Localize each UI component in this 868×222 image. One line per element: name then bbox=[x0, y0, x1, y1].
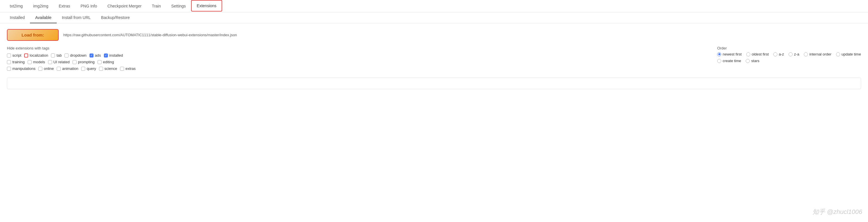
order-row-2: create time stars bbox=[717, 59, 861, 63]
tag-ads-checkbox[interactable] bbox=[90, 54, 94, 58]
tag-script-checkbox[interactable] bbox=[7, 54, 11, 58]
order-newestfirst[interactable]: newest first bbox=[717, 52, 742, 56]
order-ztoa-label: z-a bbox=[794, 52, 799, 56]
tag-training[interactable]: training bbox=[7, 60, 25, 64]
tag-uirelated-checkbox[interactable] bbox=[48, 60, 52, 64]
tag-installed[interactable]: installed bbox=[104, 53, 123, 58]
order-updatetime[interactable]: update time bbox=[836, 52, 861, 56]
tag-ads[interactable]: ads bbox=[90, 53, 101, 58]
order-updatetime-radio[interactable] bbox=[836, 52, 840, 56]
content-columns: Hide extensions with tags script localiz… bbox=[7, 46, 861, 73]
order-atoz[interactable]: a-z bbox=[773, 52, 784, 56]
search-area[interactable] bbox=[7, 77, 861, 89]
tags-grid: script localization tab dropdown bbox=[7, 53, 706, 71]
tag-training-label: training bbox=[12, 60, 25, 64]
tag-dropdown-label: dropdown bbox=[70, 53, 86, 58]
load-from-row: Load from: https://raw.githubusercontent… bbox=[7, 29, 861, 41]
order-newestfirst-label: newest first bbox=[723, 52, 742, 56]
tag-installed-checkbox[interactable] bbox=[104, 54, 108, 58]
tag-animation-checkbox[interactable] bbox=[57, 67, 61, 71]
tag-localization[interactable]: localization bbox=[24, 53, 48, 58]
order-internalorder-radio[interactable] bbox=[804, 52, 808, 56]
tag-online[interactable]: online bbox=[38, 66, 54, 71]
tag-animation-label: animation bbox=[62, 66, 78, 71]
order-section: newest first oldest first a-z z-a bbox=[717, 52, 861, 63]
tag-online-label: online bbox=[44, 66, 54, 71]
tag-training-checkbox[interactable] bbox=[7, 60, 11, 64]
tag-script-label: script bbox=[12, 53, 21, 58]
tag-query-label: query bbox=[87, 66, 96, 71]
tag-science[interactable]: science bbox=[99, 66, 117, 71]
tab-img2img[interactable]: img2img bbox=[28, 1, 54, 12]
subtab-available[interactable]: Available bbox=[30, 12, 57, 23]
tag-extras[interactable]: extras bbox=[120, 66, 135, 71]
tag-ads-label: ads bbox=[95, 53, 101, 58]
subtab-backuprestore[interactable]: Backup/Restore bbox=[96, 12, 135, 23]
tag-dropdown[interactable]: dropdown bbox=[64, 53, 86, 58]
tag-science-label: science bbox=[104, 66, 117, 71]
order-ztoa[interactable]: z-a bbox=[788, 52, 799, 56]
order-internalorder[interactable]: internal order bbox=[804, 52, 832, 56]
order-createtime-radio[interactable] bbox=[717, 59, 721, 63]
load-from-url: https://raw.githubusercontent.com/AUTOMA… bbox=[63, 33, 237, 37]
tag-tab[interactable]: tab bbox=[51, 53, 62, 58]
subtab-installfromurl[interactable]: Install from URL bbox=[57, 12, 96, 23]
tags-row-2: training models UI related prompting bbox=[7, 60, 706, 64]
tag-dropdown-checkbox[interactable] bbox=[64, 54, 68, 58]
tag-online-checkbox[interactable] bbox=[38, 67, 42, 71]
tag-manipulations-label: manipulations bbox=[12, 66, 35, 71]
tag-animation[interactable]: animation bbox=[57, 66, 78, 71]
tab-train[interactable]: Train bbox=[147, 1, 166, 12]
tab-settings[interactable]: Settings bbox=[166, 1, 191, 12]
tag-manipulations-checkbox[interactable] bbox=[7, 67, 11, 71]
subtab-installed[interactable]: Installed bbox=[5, 12, 30, 23]
tag-script[interactable]: script bbox=[7, 53, 21, 58]
sub-tabs: Installed Available Install from URL Bac… bbox=[0, 12, 868, 23]
tag-localization-label: localization bbox=[30, 53, 48, 58]
load-from-button[interactable]: Load from: bbox=[7, 29, 59, 41]
order-oldestfirst[interactable]: oldest first bbox=[746, 52, 769, 56]
order-label: Order bbox=[717, 46, 861, 50]
tag-extras-checkbox[interactable] bbox=[120, 67, 124, 71]
tag-prompting-checkbox[interactable] bbox=[72, 60, 76, 64]
tag-models-checkbox[interactable] bbox=[28, 60, 32, 64]
tag-science-checkbox[interactable] bbox=[99, 67, 103, 71]
tags-row-3: manipulations online animation query bbox=[7, 66, 706, 71]
order-stars-label: stars bbox=[751, 59, 759, 63]
tag-prompting[interactable]: prompting bbox=[72, 60, 95, 64]
tag-prompting-label: prompting bbox=[78, 60, 95, 64]
order-oldestfirst-radio[interactable] bbox=[746, 52, 750, 56]
tag-uirelated[interactable]: UI related bbox=[48, 60, 70, 64]
order-atoz-label: a-z bbox=[779, 52, 784, 56]
tag-localization-checkbox[interactable] bbox=[24, 54, 28, 58]
order-atoz-radio[interactable] bbox=[773, 52, 777, 56]
tab-extensions[interactable]: Extensions bbox=[191, 0, 222, 11]
main-content: Load from: https://raw.githubusercontent… bbox=[0, 23, 868, 95]
order-stars[interactable]: stars bbox=[746, 59, 759, 63]
order-oldestfirst-label: oldest first bbox=[752, 52, 769, 56]
left-column: Hide extensions with tags script localiz… bbox=[7, 46, 706, 73]
order-row-1: newest first oldest first a-z z-a bbox=[717, 52, 861, 56]
tag-models[interactable]: models bbox=[28, 60, 45, 64]
tag-editing-checkbox[interactable] bbox=[98, 60, 102, 64]
tag-editing-label: editing bbox=[103, 60, 114, 64]
tag-query-checkbox[interactable] bbox=[81, 67, 85, 71]
tab-txt2img[interactable]: txt2img bbox=[5, 1, 28, 12]
tag-models-label: models bbox=[33, 60, 45, 64]
order-stars-radio[interactable] bbox=[746, 59, 750, 63]
tag-tab-label: tab bbox=[56, 53, 62, 58]
tag-tab-checkbox[interactable] bbox=[51, 54, 55, 58]
order-internalorder-label: internal order bbox=[809, 52, 832, 56]
tag-manipulations[interactable]: manipulations bbox=[7, 66, 35, 71]
tab-pnginfo[interactable]: PNG Info bbox=[75, 1, 102, 12]
order-createtime-label: create time bbox=[723, 59, 741, 63]
tag-uirelated-label: UI related bbox=[54, 60, 70, 64]
tab-checkpointmerger[interactable]: Checkpoint Merger bbox=[102, 1, 147, 12]
order-ztoa-radio[interactable] bbox=[788, 52, 793, 56]
order-newestfirst-radio[interactable] bbox=[717, 52, 721, 56]
tag-editing[interactable]: editing bbox=[98, 60, 114, 64]
tag-query[interactable]: query bbox=[81, 66, 96, 71]
tags-row-1: script localization tab dropdown bbox=[7, 53, 706, 58]
order-createtime[interactable]: create time bbox=[717, 59, 741, 63]
tab-extras[interactable]: Extras bbox=[54, 1, 75, 12]
